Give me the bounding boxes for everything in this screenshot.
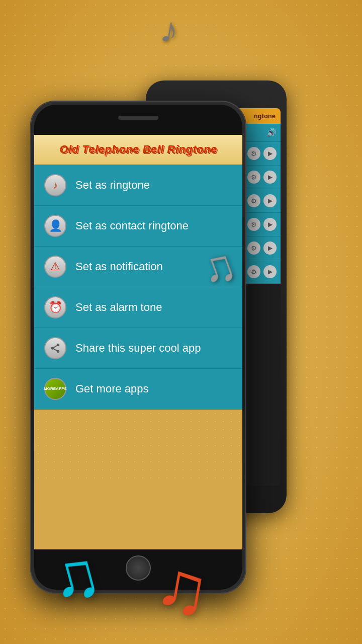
gear-icon-4[interactable]: ⚙ [247, 218, 260, 231]
app-title: Old Telephone Bell Ringtone [59, 143, 217, 155]
ringtone-label: Set as ringtone [75, 179, 150, 192]
speaker-icon: 🔊 [266, 128, 277, 137]
svg-point-0 [57, 344, 60, 347]
notification-icon: ⚠ [44, 256, 66, 278]
alarm-icon: ⏰ [44, 296, 66, 318]
gear-icon-3[interactable]: ⚙ [247, 194, 260, 207]
contact-ringtone-label: Set as contact ringtone [75, 219, 189, 232]
play-icon-3[interactable]: ▶ [263, 194, 277, 207]
screen-header: Old Telephone Bell Ringtone [34, 135, 242, 165]
phone-main: Old Telephone Bell Ringtone ♪ Set as rin… [30, 101, 246, 594]
phone-screen: Old Telephone Bell Ringtone ♪ Set as rin… [34, 135, 242, 549]
back-header-text: ngtone [254, 112, 276, 120]
more-apps-icon: MORE APPS [44, 378, 66, 400]
share-item[interactable]: Share this super cool app [34, 328, 242, 369]
notification-label: Set as notification [75, 260, 163, 273]
svg-line-4 [54, 346, 57, 348]
play-icon-6[interactable]: ▶ [263, 265, 277, 278]
more-apps-label: Get more apps [75, 382, 149, 395]
set-contact-ringtone-item[interactable]: 👤 Set as contact ringtone [34, 206, 242, 247]
play-icon-2[interactable]: ▶ [263, 171, 277, 184]
set-ringtone-item[interactable]: ♪ Set as ringtone [34, 165, 242, 206]
gear-icon-5[interactable]: ⚙ [247, 242, 260, 255]
svg-point-2 [57, 350, 60, 353]
phone-speaker-top [118, 116, 158, 120]
contact-icon: 👤 [44, 215, 66, 237]
phone-main-inner: Old Telephone Bell Ringtone ♪ Set as rin… [34, 105, 242, 590]
share-label: Share this super cool app [75, 342, 201, 355]
play-icon-5[interactable]: ▶ [263, 242, 277, 255]
svg-point-1 [51, 347, 54, 350]
bottom-area [34, 410, 242, 485]
svg-line-3 [54, 349, 57, 351]
gear-icon-2[interactable]: ⚙ [247, 171, 260, 184]
phone-home-button[interactable] [126, 555, 151, 581]
gear-icon-6[interactable]: ⚙ [247, 265, 260, 278]
ringtone-icon: ♪ [44, 174, 66, 196]
more-apps-item[interactable]: MORE APPS Get more apps [34, 369, 242, 410]
play-icon-1[interactable]: ▶ [263, 147, 277, 160]
play-icon-4[interactable]: ▶ [263, 218, 277, 231]
share-icon [44, 337, 66, 359]
alarm-label: Set as alarm tone [75, 301, 162, 314]
gear-icon-1[interactable]: ⚙ [247, 147, 260, 160]
